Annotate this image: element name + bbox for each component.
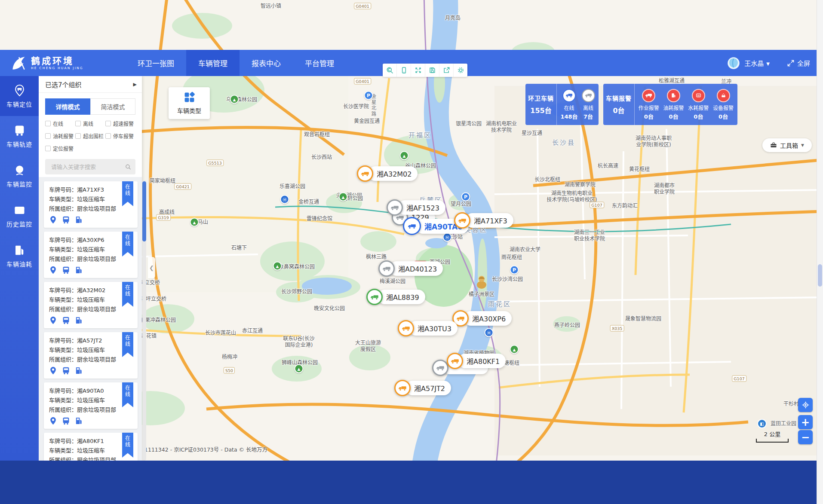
map-poi-label: 晟象智慧物流园	[625, 316, 661, 322]
zoom-in-button[interactable]: +	[798, 415, 813, 429]
app-title: 鹤成环境	[31, 56, 83, 66]
map-poi-label: 湖南生物机电职业 技术学院(马坡岭校区)	[547, 190, 597, 203]
vehicle-card[interactable]: 车牌号码：湘A30XP6车辆类型：垃圾压缩车所属组织：厨余垃圾项目部在 线	[44, 232, 138, 278]
water-meter-icon	[692, 89, 705, 102]
zoom-out-button[interactable]: −	[798, 430, 813, 444]
toolbox-dropdown[interactable]: 工具箱 ▼	[762, 138, 812, 152]
sidebar-item[interactable]: 车辆轨迹	[0, 116, 39, 156]
nav-item[interactable]: 车辆管理	[186, 50, 240, 76]
checkbox[interactable]	[75, 121, 81, 126]
bus-icon[interactable]	[62, 367, 71, 375]
nav-item[interactable]: 平台管理	[293, 50, 346, 76]
sidebar-item[interactable]: 车辆定位	[0, 76, 39, 116]
panel-scrollbar[interactable]	[142, 180, 146, 461]
filter-checkbox[interactable]: 停车报警	[105, 132, 135, 140]
fleet-stats-count: 155台	[530, 105, 551, 115]
filter-checkbox[interactable]: 超速报警	[105, 120, 135, 127]
vehicle-marker[interactable]: 湘A32M02	[357, 165, 418, 182]
panel-collapse-handle[interactable]: ❮	[148, 257, 155, 278]
vehicle-card[interactable]: 车牌号码：湘A57JT2车辆类型：垃圾压缩车所属组织：厨余垃圾项目部在 线	[44, 332, 138, 379]
fuel-icon[interactable]	[75, 367, 83, 375]
main-nav: 环卫一张图车辆管理报表中心平台管理	[126, 50, 346, 76]
vehicle-marker[interactable]: 湘AF1523	[387, 199, 445, 216]
vehicle-marker[interactable]: 湘A30TU3	[398, 320, 458, 336]
org-expand-icon[interactable]: ▶	[133, 82, 137, 87]
fullscreen-label: 全屏	[797, 58, 810, 67]
nav-item[interactable]: 环卫一张图	[126, 50, 186, 76]
sidebar-item[interactable]: 车辆监控	[0, 156, 39, 196]
search-input[interactable]	[50, 163, 125, 171]
truck-icon	[378, 260, 395, 277]
fuel-icon[interactable]	[75, 216, 83, 224]
filter-checkbox[interactable]: 在线	[45, 120, 74, 127]
map-poi-label: 大王山旅游 度假区	[355, 340, 381, 353]
checkbox[interactable]	[105, 133, 111, 139]
sidebar-item[interactable]: 车辆油耗	[0, 236, 39, 276]
fuel-icon[interactable]	[75, 266, 83, 275]
checkbox[interactable]	[45, 121, 51, 126]
browser-scrollbar[interactable]	[817, 0, 823, 504]
map-poi-label: 湖南机电职业 技术学院	[486, 121, 517, 134]
checkbox[interactable]	[45, 133, 51, 139]
filter-checkbox[interactable]: 离线	[75, 120, 104, 127]
header-right: 王水晶 ▼ 全屏	[727, 57, 810, 70]
fullscreen-button[interactable]: 全屏	[787, 58, 810, 67]
stat-count: 0台	[719, 112, 728, 120]
vehicle-marker[interactable]: 湘A30XP6	[452, 310, 512, 327]
bus-icon[interactable]	[62, 266, 71, 275]
filter-checkbox[interactable]: 油耗报警	[45, 132, 74, 140]
stat-count: 0台	[669, 112, 679, 120]
vehicle-marker-plate: 湘A30XP6	[464, 311, 512, 326]
map-poi-label: 乐喜湖公园	[279, 183, 305, 190]
bus-icon[interactable]	[62, 316, 71, 325]
avatar[interactable]	[727, 57, 740, 70]
vehicle-marker[interactable]: 湘A80KF1	[447, 353, 506, 369]
bus-icon[interactable]	[62, 417, 71, 425]
map-poi-label: 晚安文化公园	[314, 305, 345, 312]
pin-icon[interactable]	[49, 417, 58, 425]
vehicle-card[interactable]: 车牌号码：湘A80KF1车辆类型：垃圾压缩车所属组织：厨余垃圾项目部在 线	[44, 433, 138, 461]
save-icon[interactable]	[425, 64, 439, 77]
vehicle-marker[interactable]: 湘A71XF3	[454, 212, 513, 229]
nav-item[interactable]: 报表中心	[240, 50, 293, 76]
fuel-icon[interactable]	[75, 417, 83, 425]
vehicle-marker[interactable]: 湘A57JT2	[394, 380, 451, 396]
vehicle-type-button[interactable]: 车辆类型	[169, 87, 210, 119]
filter-checkbox[interactable]: 定位报警	[45, 145, 74, 152]
vehicle-marker[interactable]: 湘AL8839	[366, 289, 425, 305]
avatar-bird-icon	[727, 57, 740, 70]
vehicle-card[interactable]: 车牌号码：湘A32M02车辆类型：垃圾压缩车所属组织：厨余垃圾项目部在 线	[44, 282, 138, 328]
alarm-stats-count: 0台	[613, 105, 624, 115]
browser-scrollbar-thumb[interactable]	[818, 264, 822, 287]
vehicle-marker[interactable]: 湘AD40123	[378, 260, 443, 277]
map-poi-label: 黄花枢纽	[629, 166, 650, 173]
mobile-icon[interactable]	[397, 64, 411, 77]
share-icon[interactable]	[439, 64, 454, 77]
settings-icon[interactable]	[454, 64, 467, 77]
chevron-down-icon[interactable]: ▼	[766, 61, 770, 66]
sidebar-item[interactable]: 历史监控	[0, 196, 39, 236]
sidebar-item-label: 车辆轨迹	[0, 140, 39, 148]
mode-tab[interactable]: 详情模式	[45, 98, 90, 115]
expand-icon[interactable]	[411, 64, 425, 77]
vehicle-card[interactable]: 车牌号码：湘A90TA0车辆类型：垃圾压缩车所属组织：厨余垃圾项目部在 线	[44, 382, 138, 429]
checkbox[interactable]	[105, 121, 111, 126]
vehicle-card[interactable]: 车牌号码：湘A71XF3车辆类型：垃圾压缩车所属组织：厨余垃圾项目部在 线	[44, 181, 138, 228]
filter-checkbox[interactable]: 超出围栏	[75, 132, 104, 140]
fuel-icon[interactable]	[75, 316, 83, 325]
checkbox[interactable]	[45, 146, 51, 151]
user-name[interactable]: 王水晶	[744, 58, 764, 67]
pin-icon[interactable]	[49, 316, 58, 325]
pin-icon[interactable]	[49, 367, 58, 375]
bus-icon[interactable]	[62, 216, 71, 224]
zoom-search-icon[interactable]	[383, 64, 397, 77]
mode-tab[interactable]: 简洁模式	[90, 98, 135, 115]
locate-button[interactable]	[798, 398, 813, 412]
stat-count: 148台	[560, 112, 577, 120]
pin-icon[interactable]	[49, 216, 58, 224]
checkbox[interactable]	[75, 133, 81, 139]
pin-icon[interactable]	[49, 266, 58, 275]
sidebar-item-label: 历史监控	[0, 220, 39, 228]
device-icon	[717, 89, 730, 102]
search-icon[interactable]	[125, 163, 131, 171]
